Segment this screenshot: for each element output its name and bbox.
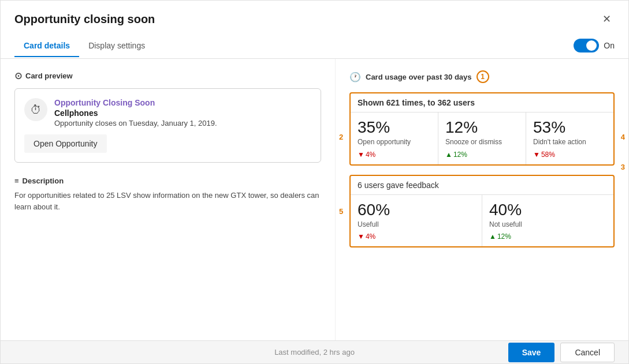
feedback-label-useful: Usefull <box>358 220 475 230</box>
delta-down-icon-no-action: ▼ <box>533 151 540 159</box>
cancel-button[interactable]: Cancel <box>560 343 615 362</box>
description-icon: ≡ <box>14 177 19 185</box>
tab-display-settings[interactable]: Display settings <box>79 35 154 57</box>
toggle-slider <box>574 39 599 52</box>
dialog-header: Opportunity closing soon ✕ <box>1 1 628 33</box>
stat-pct-no-action: 53% <box>533 118 606 137</box>
usage-header: 🕐 Card usage over past 30 days 1 <box>349 70 615 83</box>
card-description: Opportunity closes on Tuesday, January 1… <box>54 119 217 127</box>
feedback-cells: 60% Usefull ▼ 4% 40% Not usefull <box>351 195 613 247</box>
stat-cell-snooze: 12% Snooze or dismiss ▲ 12% <box>438 112 526 164</box>
dialog-footer: Last modified, 2 hrs ago Save Cancel <box>1 340 628 363</box>
stat-label-open: Open opportunity <box>358 138 431 147</box>
toggle-label: On <box>604 41 615 50</box>
right-panel: 🕐 Card usage over past 30 days 1 Shown 6… <box>336 59 628 340</box>
shown-row: Shown 621 times, to 362 users <box>351 93 613 112</box>
feedback-pct-not-useful: 40% <box>489 201 606 219</box>
card-preview-box: ⏱ Opportunity Closing Soon Cellphones Op… <box>14 88 321 163</box>
stat-delta-open: ▼ 4% <box>358 151 431 159</box>
delta-up-icon-snooze: ▲ <box>445 151 452 159</box>
stats-top-box: Shown 621 times, to 362 users 35% Open o… <box>349 92 615 166</box>
stat-delta-no-action: ▼ 58% <box>533 151 606 159</box>
close-button[interactable]: ✕ <box>598 11 615 27</box>
tab-right-controls: On <box>574 33 615 58</box>
save-button[interactable]: Save <box>508 343 555 362</box>
card-top: ⏱ Opportunity Closing Soon Cellphones Op… <box>24 98 311 127</box>
stat-pct-snooze: 12% <box>445 118 519 137</box>
stats-container: Shown 621 times, to 362 users 35% Open o… <box>349 92 615 166</box>
stat-label-snooze: Snooze or dismiss <box>445 138 519 147</box>
feedback-cell-useful: 60% Usefull ▼ 4% <box>351 195 482 247</box>
feedback-delta-not-useful: ▲ 12% <box>489 232 606 241</box>
stat-cell-open: 35% Open opportunity ▼ 4% <box>351 112 438 164</box>
feedback-container: 6 users gave feedback 60% Usefull ▼ 4% <box>349 175 615 248</box>
card-subtitle: Cellphones <box>54 108 217 118</box>
stat-delta-snooze: ▲ 12% <box>445 151 519 159</box>
feedback-label-not-useful: Not usefull <box>489 220 606 230</box>
left-panel: ⊙ Card preview ⏱ Opportunity Closing Soo… <box>1 59 336 340</box>
dialog-body: ⊙ Card preview ⏱ Opportunity Closing Soo… <box>1 59 628 340</box>
card-preview-section: ⊙ Card preview ⏱ Opportunity Closing Soo… <box>14 70 321 163</box>
description-section: ≡ Description For opportunities related … <box>14 177 321 212</box>
description-text: For opportunities related to 25 LSV show… <box>14 190 321 212</box>
right-panel-inner: 🕐 Card usage over past 30 days 1 Shown 6… <box>349 70 615 247</box>
feedback-delta-useful: ▼ 4% <box>358 232 475 241</box>
delta-down-icon-open: ▼ <box>358 151 364 159</box>
annotation-2: 2 <box>339 133 343 141</box>
annotation-5: 5 <box>339 207 343 215</box>
tab-card-details[interactable]: Card details <box>14 35 79 57</box>
footer-actions: Save Cancel <box>508 343 615 362</box>
feedback-pct-useful: 60% <box>358 201 475 219</box>
usage-chart-icon: 🕐 <box>349 72 361 82</box>
tabs-bar: Card details Display settings On <box>1 33 628 59</box>
delta-down-icon-useful: ▼ <box>358 232 364 241</box>
card-opportunity-title: Opportunity Closing Soon <box>54 98 217 107</box>
stat-pct-open: 35% <box>358 118 431 137</box>
card-text: Opportunity Closing Soon Cellphones Oppo… <box>54 98 217 127</box>
feedback-box: 6 users gave feedback 60% Usefull ▼ 4% <box>349 175 615 248</box>
usage-title: Card usage over past 30 days <box>366 73 472 81</box>
dialog: Opportunity closing soon ✕ Card details … <box>0 0 629 364</box>
toggle-switch[interactable] <box>574 39 599 52</box>
card-icon-wrap: ⏱ <box>24 98 47 121</box>
delta-up-icon-not-useful: ▲ <box>489 232 496 241</box>
toggle-wrap: On <box>574 39 615 52</box>
annotation-3: 3 <box>621 163 625 171</box>
timer-icon: ⏱ <box>30 103 42 117</box>
description-title: ≡ Description <box>14 177 321 185</box>
stat-cell-no-action: 53% Didn't take action ▼ 58% <box>526 112 613 164</box>
open-opportunity-button[interactable]: Open Opportunity <box>24 134 107 153</box>
stat-label-no-action: Didn't take action <box>533 138 606 147</box>
tab-list: Card details Display settings <box>14 35 154 57</box>
card-preview-title: ⊙ Card preview <box>14 70 321 81</box>
stats-cells: 35% Open opportunity ▼ 4% 12% Snooze <box>351 112 613 164</box>
preview-icon: ⊙ <box>14 70 22 81</box>
annotation-4: 4 <box>621 133 625 141</box>
usage-annotation-1: 1 <box>477 70 489 83</box>
dialog-title: Opportunity closing soon <box>14 13 155 26</box>
feedback-header: 6 users gave feedback <box>351 176 613 195</box>
feedback-cell-not-useful: 40% Not usefull ▲ 12% <box>482 195 613 247</box>
